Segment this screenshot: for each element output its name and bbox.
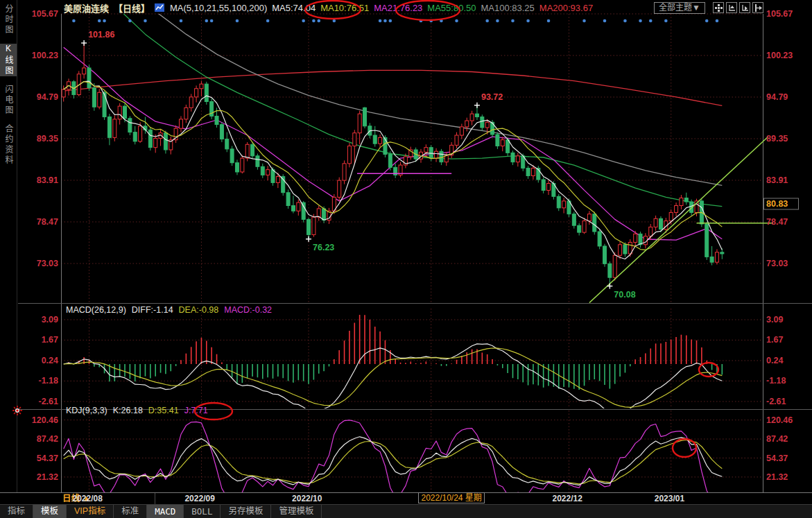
x-scale-icon[interactable] [726, 2, 737, 13]
ma200-value: MA200:93.67 [539, 3, 593, 13]
theme-dropdown[interactable]: 全部主题▼ [654, 2, 705, 14]
tab-save-as-template[interactable]: 另存模板 [221, 505, 271, 518]
kdj-header: KDJ(9,3,3) K:26.18 D:35.41 J:7.71 [66, 406, 214, 415]
trading-app-window: 105.67105.67100.23100.2394.7994.7989.358… [0, 0, 812, 518]
price-tag: 80.83 [764, 198, 799, 209]
svg-text:54.37: 54.37 [37, 454, 58, 463]
tab-boll[interactable]: BOLL [184, 505, 221, 518]
tab-indicator[interactable]: 指标 [0, 505, 33, 518]
svg-text:83.91: 83.91 [766, 175, 788, 185]
ma-group-label: MA(5,10,21,55,100,200) [170, 3, 267, 13]
macd-diff-value: DIFF:-1.14 [132, 305, 173, 315]
bottom-tabbar: 指标 模板 VIP指标 标准 MACD BOLL 另存模板 管理模板 [0, 504, 812, 518]
svg-text:100.23: 100.23 [766, 51, 793, 60]
ma10-value: MA10:76.51 [320, 3, 369, 13]
header-controls: 全部主题▼ [654, 1, 763, 14]
sidebar-item-kline-chart[interactable]: K线图 [0, 44, 17, 76]
svg-text:87.42: 87.42 [766, 434, 788, 444]
kdj-k-value: K:26.18 [113, 406, 143, 415]
svg-text:54.37: 54.37 [766, 454, 788, 463]
drawn-trend-lines[interactable] [357, 137, 778, 302]
svg-text:120.46: 120.46 [32, 415, 58, 425]
svg-text:100.23: 100.23 [32, 51, 58, 60]
panel-frame [18, 14, 812, 492]
grid [61, 14, 763, 492]
tab-template[interactable]: 模板 [33, 505, 67, 518]
macd-title: MACD(26,12,9) [66, 305, 126, 315]
svg-text:78.47: 78.47 [766, 217, 788, 227]
svg-text:1.67: 1.67 [42, 335, 58, 345]
svg-text:89.35: 89.35 [37, 134, 58, 144]
month-label: 2022/08 [72, 494, 102, 503]
svg-text:-2.61: -2.61 [766, 397, 786, 406]
svg-text:73.03: 73.03 [37, 259, 58, 268]
month-label: 2023/01 [655, 494, 684, 503]
sidebar: 分时图 K线图 闪电图 合约资料 [0, 0, 17, 492]
svg-text:83.91: 83.91 [37, 175, 58, 185]
month-label: 2022/09 [184, 494, 214, 503]
svg-text:3.09: 3.09 [766, 315, 783, 325]
svg-text:1.67: 1.67 [766, 335, 783, 345]
pan-icon[interactable] [713, 2, 724, 13]
ma21-value: MA21:76.23 [374, 3, 422, 13]
month-label: 2022/10 [292, 494, 322, 503]
svg-text:21.32: 21.32 [37, 472, 58, 482]
svg-text:101.86: 101.86 [88, 30, 114, 40]
svg-text:120.46: 120.46 [766, 415, 793, 425]
svg-text:89.35: 89.35 [766, 134, 788, 144]
tab-vip-indicator[interactable]: VIP指标 [67, 505, 114, 518]
ma100-value: MA100:83.25 [481, 3, 534, 13]
sidebar-item-lightning-chart[interactable]: 闪电图 [0, 85, 17, 116]
svg-text:21.32: 21.32 [766, 472, 788, 482]
tab-macd[interactable]: MACD [147, 505, 184, 518]
svg-text:94.79: 94.79 [766, 92, 788, 102]
svg-text:94.79: 94.79 [37, 92, 58, 102]
svg-text:-1.18: -1.18 [766, 376, 786, 386]
svg-text:80.83: 80.83 [766, 199, 788, 209]
ma5-value: MA5:74.04 [272, 3, 316, 13]
kdj-title: KDJ(9,3,3) [66, 406, 107, 415]
kline-style-icon[interactable] [155, 3, 165, 12]
svg-text:87.42: 87.42 [37, 434, 58, 444]
ma55-value: MA55:80.50 [427, 3, 476, 13]
macd-histogram [64, 315, 723, 390]
svg-text:0.24: 0.24 [766, 356, 783, 365]
svg-text:93.72: 93.72 [481, 92, 503, 102]
svg-text:70.08: 70.08 [614, 290, 635, 300]
svg-text:76.23: 76.23 [313, 243, 334, 252]
period-tag: 【日线】 [114, 1, 150, 15]
kdj-d-value: D:35.41 [148, 406, 179, 415]
collapse-panel-icon[interactable] [752, 2, 763, 13]
kdj-j-value: J:7.71 [184, 406, 208, 415]
time-axis: 日线 ▲ 2022/082022/092022/102022/122023/01… [0, 492, 812, 504]
period-selector[interactable]: 日线 ▲ [54, 493, 155, 504]
month-label: 2022/12 [552, 494, 582, 503]
tab-standard[interactable]: 标准 [114, 505, 147, 518]
sidebar-item-contract-info[interactable]: 合约资料 [0, 124, 17, 166]
y-scale-icon[interactable] [739, 2, 750, 13]
macd-macd-value: MACD:-0.32 [224, 305, 272, 315]
tab-manage-template[interactable]: 管理模板 [271, 505, 322, 518]
sidebar-item-timeshare-chart[interactable]: 分时图 [0, 4, 17, 35]
crosshair-date-label: 2022/10/24 星期一 [418, 492, 485, 503]
chart-canvas[interactable]: 105.67105.67100.23100.2394.7994.7989.358… [0, 0, 812, 518]
svg-text:78.47: 78.47 [37, 217, 58, 227]
svg-text:73.03: 73.03 [766, 259, 788, 268]
macd-header: MACD(26,12,9) DIFF:-1.14 DEA:-0.98 MACD:… [66, 305, 277, 315]
svg-text:-2.61: -2.61 [39, 397, 59, 406]
svg-text:0.24: 0.24 [42, 356, 58, 365]
macd-dea-value: DEA:-0.98 [179, 305, 219, 315]
svg-text:-1.18: -1.18 [39, 376, 59, 386]
instrument-name: 美原油连续 [64, 1, 109, 15]
svg-text:3.09: 3.09 [42, 315, 58, 325]
ma-lines [64, 6, 723, 241]
